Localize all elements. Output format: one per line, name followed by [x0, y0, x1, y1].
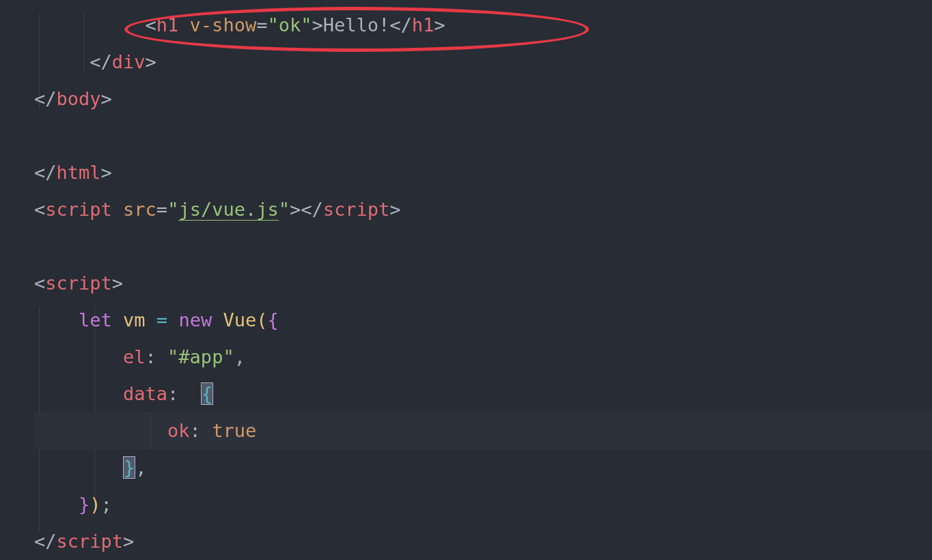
code-editor[interactable]: <h1 v-show="ok">Hello!</h1> </div> </bod…: [0, 0, 932, 560]
code-line-empty[interactable]: [34, 117, 932, 154]
code-line[interactable]: </script>: [34, 523, 932, 560]
code-line[interactable]: let vm = new Vue({: [34, 302, 932, 339]
code-line[interactable]: </div>: [34, 44, 932, 81]
code-line[interactable]: <script src="js/vue.js"></script>: [34, 191, 932, 228]
matched-brace: {: [201, 382, 213, 405]
code-line[interactable]: </body>: [34, 81, 932, 117]
code-line[interactable]: },: [34, 449, 932, 486]
matched-brace: }: [123, 456, 135, 479]
code-line[interactable]: <script>: [34, 265, 932, 302]
code-line[interactable]: });: [34, 486, 932, 523]
code-line[interactable]: data: {: [34, 376, 932, 412]
code-line[interactable]: </html>: [34, 154, 932, 191]
code-line-current[interactable]: ok: true: [34, 412, 932, 449]
code-line[interactable]: el: "#app",: [34, 339, 932, 376]
code-line-empty[interactable]: [34, 228, 932, 265]
indent-guide: [150, 412, 151, 449]
code-line[interactable]: <h1 v-show="ok">Hello!</h1>: [34, 7, 932, 44]
